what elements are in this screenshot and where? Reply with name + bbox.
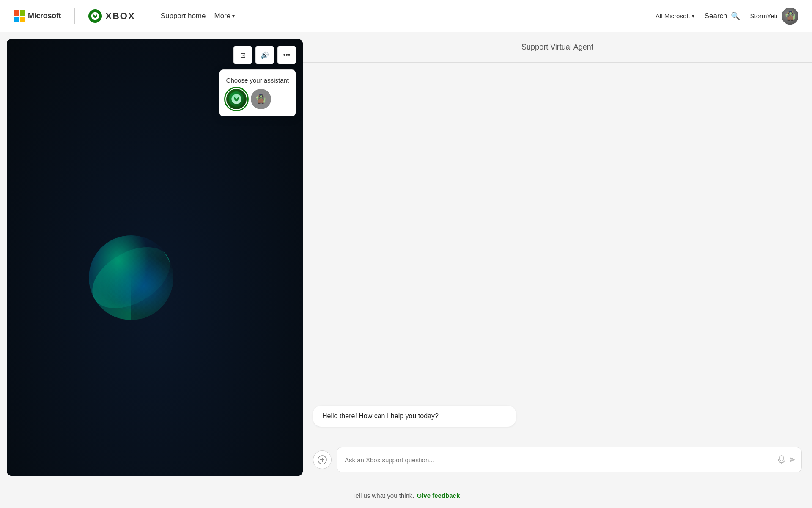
all-microsoft-chevron-icon: ▾ [692,13,694,19]
page-footer: Tell us what you think. Give feedback [0,483,812,508]
xbox-label: XBOX [105,11,135,22]
resize-control-button[interactable]: ⊡ [233,46,252,64]
resize-icon: ⊡ [240,51,246,59]
more-control-button[interactable]: ••• [277,46,296,64]
orb-inner [89,235,173,320]
xbox-assistant-icon [230,93,242,105]
search-icon: 🔍 [731,11,740,21]
chat-body: Hello there! How can I help you today? [303,63,812,447]
orb [80,227,182,329]
greeting-text: Hello there! How can I help you today? [322,412,439,420]
footer-text: Tell us what you think. [352,492,414,499]
username-label: StormYeti [750,12,777,19]
microphone-button[interactable] [778,455,785,464]
xbox-assistant-avatar [226,89,247,109]
more-menu[interactable]: More ▾ [214,12,235,20]
xbox-assistant-option[interactable] [226,89,247,109]
more-chevron-icon: ▾ [232,13,235,19]
all-microsoft-menu[interactable]: All Microsoft ▾ [656,12,694,19]
header-left: Microsoft XBOX Support home More ▾ [14,8,656,24]
xbox-brand: XBOX [88,9,135,23]
all-microsoft-label: All Microsoft [656,12,690,19]
avatar-image: 🧌 [782,8,798,25]
chat-input-container [337,447,802,472]
video-controls: ⊡ 🔊 ••• [233,46,296,64]
user-avatar: 🧌 [782,8,798,25]
main-header: Microsoft XBOX Support home More ▾ All M… [0,0,812,32]
add-icon [318,455,327,464]
xbox-svg [91,11,100,21]
header-right: All Microsoft ▾ Search 🔍 StormYeti 🧌 [656,8,798,25]
main-nav: Support home More ▾ [156,8,235,24]
yeti-assistant-avatar: 🧌 [251,89,271,109]
header-divider [74,8,75,24]
chat-greeting-bubble: Hello there! How can I help you today? [313,406,516,427]
feedback-link[interactable]: Give feedback [417,492,460,499]
main-content: ⊡ 🔊 ••• Choose your assistant [0,32,812,483]
support-home-link[interactable]: Support home [156,8,211,24]
assistant-chooser-popup: Choose your assistant 🧌 [219,69,296,116]
animation-area: ⊡ 🔊 ••• Choose your assistant [7,39,303,476]
right-panel: Support Virtual Agent Hello there! How c… [303,32,812,483]
svg-rect-3 [780,456,783,461]
more-dots-icon: ••• [283,51,291,59]
search-label: Search [705,12,727,20]
left-panel: ⊡ 🔊 ••• Choose your assistant [7,39,303,476]
chat-input-area [303,447,812,483]
microsoft-logo[interactable]: Microsoft [14,10,61,22]
send-icon [789,456,796,464]
volume-icon: 🔊 [261,51,269,59]
orb-container [80,227,182,329]
microphone-icon [778,455,785,464]
volume-control-button[interactable]: 🔊 [255,46,274,64]
more-label: More [214,12,230,20]
xbox-logo-icon [88,9,102,23]
chat-input-field[interactable] [345,456,776,464]
add-attachment-button[interactable] [313,450,332,469]
choose-assistant-title: Choose your assistant [226,77,289,84]
chat-input-actions [778,455,796,464]
send-button[interactable] [789,456,796,464]
assistant-options: 🧌 [226,89,289,109]
search-button[interactable]: Search 🔍 [705,11,740,21]
microsoft-label: Microsoft [28,11,61,20]
yeti-assistant-option[interactable]: 🧌 [251,89,271,109]
user-section[interactable]: StormYeti 🧌 [750,8,798,25]
chat-header: Support Virtual Agent [303,32,812,63]
chat-header-title: Support Virtual Agent [521,43,593,52]
microsoft-logo-grid [14,10,25,22]
